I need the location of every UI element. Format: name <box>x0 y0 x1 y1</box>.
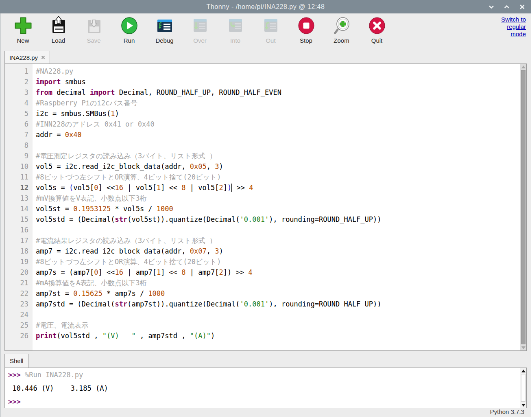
window-controls <box>488 0 525 13</box>
code-line: 17#電流結果レジスタの読み込み（3バイト、リスト形式 ） <box>5 235 520 246</box>
line-number: 14 <box>5 204 33 214</box>
toolbar-button-quit[interactable]: Quit <box>359 13 395 44</box>
code-text: #8ビットづつ左シフトとOR演算、4ビット捨て(20ビット) <box>33 256 221 267</box>
code-text: #電圧、電流表示 <box>33 320 88 330</box>
code-text: vol5st = 0.1953125 * vol5s / 1000 <box>33 204 173 214</box>
toolbar-button-label: Out <box>266 37 275 44</box>
line-number: 25 <box>5 320 33 330</box>
toolbar-button-label: Stop <box>300 37 312 44</box>
line-number: 6 <box>5 119 33 129</box>
line-number: 17 <box>5 235 33 246</box>
line-number: 15 <box>5 214 33 225</box>
code-line: 11#8ビットづつ左シフトとOR演算、4ビット捨て(20ビット) <box>5 172 520 182</box>
into-icon <box>226 16 245 35</box>
tab-label: INA228.py <box>9 54 38 61</box>
toolbar-button-new[interactable]: New <box>5 13 41 44</box>
shell-output[interactable]: >>> %Run INA228.py 10.446 (V) 3.185 (A)>… <box>5 368 520 408</box>
run-icon <box>120 16 139 35</box>
code-line: 13#mV換算値をV表記、小数点以下3桁 <box>5 193 520 204</box>
scrollbar-thumb[interactable] <box>521 70 525 344</box>
shell-scroll-down-arrow[interactable] <box>520 402 526 408</box>
toolbar-button-label: New <box>17 37 29 44</box>
line-number: 26 <box>5 330 33 341</box>
code-text: #Raspberry Piのi2cバス番号 <box>33 98 137 108</box>
code-line: 21#mA換算値をA表記、小数点以下3桁 <box>5 278 520 288</box>
toolbar-button-stop[interactable]: Stop <box>288 13 324 44</box>
line-number: 24 <box>5 309 33 320</box>
toolbar-button-out: Out <box>253 13 288 44</box>
code-text: #mA換算値をA表記、小数点以下3桁 <box>33 278 147 288</box>
code-text: print(vol5std , "(V) " , amp7std , "(A)"… <box>33 330 215 341</box>
code-text <box>33 309 36 320</box>
close-button[interactable] <box>519 4 525 9</box>
toolbar-button-debug[interactable]: Debug <box>147 13 182 44</box>
tab-ina228-py[interactable]: INA228.py <box>4 51 50 63</box>
shell-scroll-up-arrow[interactable] <box>520 368 526 374</box>
out-icon <box>261 16 281 35</box>
code-line: 5i2c = smbus.SMBus(1) <box>5 108 520 119</box>
title-bar[interactable]: Thonny - /home/pi/INA228.py @ 12:48 <box>0 0 531 13</box>
toolbar-button-run[interactable]: Run <box>111 13 147 44</box>
line-number: 3 <box>5 87 33 98</box>
maximize-button[interactable] <box>504 4 510 9</box>
code-line: 1#NA228.py <box>5 66 520 77</box>
line-number: 16 <box>5 225 33 235</box>
code-line: 20amp7s = (amp7[0] <<16 | amp7[1] << 8 |… <box>5 267 520 278</box>
shell-line: 10.446 (V) 3.185 (A) <box>5 382 520 395</box>
editor-scrollbar[interactable] <box>520 64 526 350</box>
scroll-down-arrow[interactable] <box>520 345 526 350</box>
line-number: 21 <box>5 278 33 288</box>
toolbar-button-label: Zoom <box>334 37 349 44</box>
code-line: 22amp7st = 0.15625 * amp7s / 1000 <box>5 288 520 299</box>
line-number: 8 <box>5 140 33 151</box>
line-number: 18 <box>5 246 33 256</box>
shell-scrollbar[interactable] <box>520 368 526 408</box>
code-text: #INN228のアドレス 0x41 or 0x40 <box>33 119 155 129</box>
code-line: 3from decimal import Decimal, ROUND_HALF… <box>5 87 520 98</box>
code-text: #電圧測定レジスタの読み込み（3バイト、リスト形式 ） <box>33 151 216 161</box>
code-text: import smbus <box>33 77 86 87</box>
code-area[interactable]: 1#NA228.py2import smbus3from decimal imp… <box>5 64 520 350</box>
code-line: 18amp7 = i2c.read_i2c_block_data(addr, 0… <box>5 246 520 256</box>
shell-scrollbar-thumb[interactable] <box>521 374 525 402</box>
minimize-button[interactable] <box>488 4 494 9</box>
code-text <box>33 225 36 235</box>
quit-icon <box>367 16 387 35</box>
shell-panel[interactable]: >>> %Run INA228.py 10.446 (V) 3.185 (A)>… <box>4 368 527 408</box>
tab-shell[interactable]: Shell <box>4 354 28 368</box>
line-number: 5 <box>5 108 33 119</box>
toolbar-button-into: Into <box>218 13 253 44</box>
line-number: 12 <box>5 182 33 193</box>
toolbar-button-zoom[interactable]: Zoom <box>324 13 359 44</box>
shell-line: >>> %Run INA228.py <box>5 368 520 382</box>
line-number: 19 <box>5 256 33 267</box>
line-number: 10 <box>5 161 33 172</box>
code-line: 4#Raspberry Piのi2cバス番号 <box>5 98 520 108</box>
tab-close-icon[interactable] <box>41 55 45 59</box>
code-line: 15vol5std = (Decimal(str(vol5st)).quanti… <box>5 214 520 225</box>
code-text: from decimal import Decimal, ROUND_HALF_… <box>33 87 281 98</box>
code-line: 2import smbus <box>5 77 520 87</box>
toolbar-button-label: Run <box>124 37 135 44</box>
code-text: amp7std = (Decimal(str(amp7st)).quantize… <box>33 299 382 309</box>
code-text: #8ビットづつ左シフトとOR演算、4ビット捨て(20ビット) <box>33 172 221 182</box>
toolbar-button-load[interactable]: Load <box>41 13 76 44</box>
code-text: vol5s = (vol5[0] <<16 | vol5[1] << 8 | v… <box>33 182 253 193</box>
toolbar-button-label: Load <box>52 37 65 44</box>
code-line: 16 <box>5 225 520 235</box>
code-line: 25#電圧、電流表示 <box>5 320 520 330</box>
code-line: 9#電圧測定レジスタの読み込み（3バイト、リスト形式 ） <box>5 151 520 161</box>
over-icon <box>190 16 210 35</box>
toolbar-button-label: Quit <box>371 37 383 44</box>
switch-to-regular-mode-link[interactable]: Switch to regular mode <box>496 16 526 38</box>
code-text: i2c = smbus.SMBus(1) <box>33 108 119 119</box>
status-bar: Python 3.7.3 <box>0 407 531 417</box>
window-title: Thonny - /home/pi/INA228.py @ 12:48 <box>0 0 531 13</box>
code-text: addr = 0x40 <box>33 129 82 140</box>
shell-tab-label: Shell <box>10 357 23 364</box>
code-editor[interactable]: 1#NA228.py2import smbus3from decimal imp… <box>4 63 527 351</box>
shell-line: >>> <box>5 395 520 408</box>
code-line: 24 <box>5 309 520 320</box>
scroll-up-arrow[interactable] <box>520 64 526 70</box>
line-number: 13 <box>5 193 33 204</box>
